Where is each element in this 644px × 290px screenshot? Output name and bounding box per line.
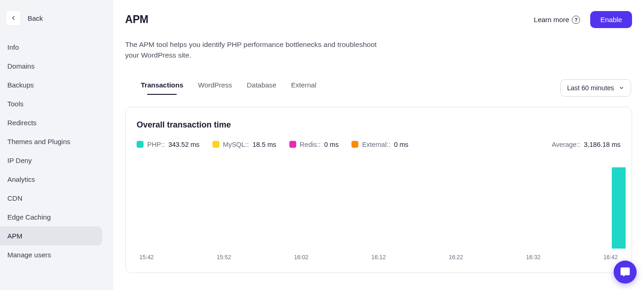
chart-area [138,157,619,249]
sidebar-item-ip-deny[interactable]: IP Deny [0,151,113,170]
back-label: Back [28,14,43,22]
tab-transactions[interactable]: Transactions [141,81,184,94]
back-row: Back [0,10,113,34]
x-tick: 16:22 [448,254,463,261]
tab-external[interactable]: External [291,81,316,94]
legend-item: MySQL::18.5 ms [213,141,276,148]
tabs: TransactionsWordPressDatabaseExternal [126,81,316,94]
sidebar-item-redirects[interactable]: Redirects [0,113,113,132]
time-range-label: Last 60 minutes [567,84,614,92]
nav: InfoDomainsBackupsToolsRedirectsThemes a… [0,34,113,268]
sidebar: Back InfoDomainsBackupsToolsRedirectsThe… [0,0,113,290]
legend-row: PHP::343.52 msMySQL::18.5 msRedis::0 msE… [137,141,621,148]
legend-swatch [289,141,296,148]
header-actions: Learn more ? Enable [534,11,632,28]
main: APM Learn more ? Enable The APM tool hel… [113,0,644,290]
description: The APM tool helps you identify PHP perf… [125,39,392,61]
arrow-left-icon [10,15,17,21]
legend-item: External::0 ms [351,141,408,148]
legend-value: 0 ms [394,141,408,148]
average-value: 3,186.18 ms [584,141,621,148]
tab-database[interactable]: Database [247,81,276,94]
legend-label: External:: [362,141,390,148]
legend-swatch [213,141,219,148]
legend-item: Redis::0 ms [289,141,339,148]
legend-item: PHP::343.52 ms [137,141,200,148]
card-title: Overall transaction time [137,120,621,130]
x-tick: 15:42 [139,254,154,261]
sidebar-item-backups[interactable]: Backups [0,75,113,94]
help-icon: ? [572,16,580,24]
x-axis: 15:4215:5216:0216:1216:2216:3216:42 [137,252,621,261]
tabs-row: TransactionsWordPressDatabaseExternal La… [125,79,632,97]
x-tick: 16:42 [604,254,618,261]
x-tick: 16:12 [371,254,385,261]
time-range-select[interactable]: Last 60 minutes [560,79,631,97]
legend-swatch [351,141,358,148]
sidebar-item-edge-caching[interactable]: Edge Caching [0,208,113,226]
legend-swatch [137,141,144,148]
learn-more-link[interactable]: Learn more ? [534,16,581,24]
x-tick: 16:02 [294,254,308,261]
legend-label: Redis:: [300,141,321,148]
sidebar-item-manage-users[interactable]: Manage users [0,245,113,264]
page-title: APM [125,13,149,26]
legend-label: MySQL:: [223,141,249,148]
back-button[interactable] [6,10,21,26]
sidebar-item-domains[interactable]: Domains [0,57,113,75]
transaction-time-card: Overall transaction time PHP::343.52 msM… [125,107,632,273]
legend-value: 0 ms [324,141,339,148]
sidebar-item-analytics[interactable]: Analytics [0,170,113,189]
chat-fab[interactable] [614,261,637,284]
legend-value: 343.52 ms [168,141,200,148]
chevron-down-icon [619,85,624,91]
chat-icon [620,267,631,278]
legend-label: PHP:: [147,141,165,148]
learn-more-label: Learn more [534,16,569,23]
sidebar-item-cdn[interactable]: CDN [0,189,113,208]
sidebar-item-tools[interactable]: Tools [0,94,113,113]
bar-segment [612,168,626,249]
bar [612,167,626,249]
header: APM Learn more ? Enable [125,11,632,28]
x-tick: 16:32 [526,254,540,261]
legend-value: 18.5 ms [253,141,276,148]
sidebar-item-themes-and-plugins[interactable]: Themes and Plugins [0,132,113,151]
tab-wordpress[interactable]: WordPress [198,81,232,94]
sidebar-item-apm[interactable]: APM [0,226,102,245]
x-tick: 15:52 [217,254,231,261]
sidebar-item-info[interactable]: Info [0,38,113,57]
enable-button[interactable]: Enable [590,11,632,28]
average-label: Average:: [552,141,580,148]
legend-average: Average::3,186.18 ms [552,141,621,148]
